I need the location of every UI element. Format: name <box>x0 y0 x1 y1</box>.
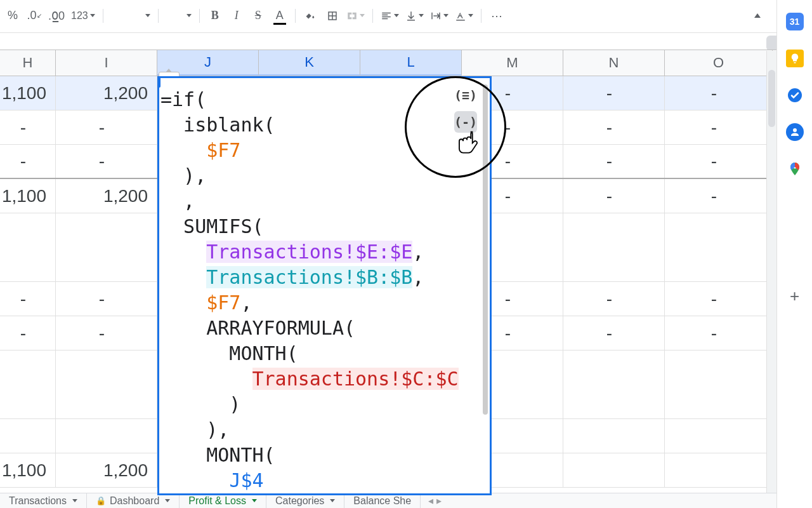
keep-icon[interactable] <box>786 50 804 67</box>
calendar-icon[interactable]: 31 <box>786 13 804 30</box>
decrease-decimal-button[interactable]: .0↙ <box>24 6 44 26</box>
toolbar: % .0↙ .0̲0 123 B I S A ⋯ <box>0 0 812 32</box>
cell[interactable]: - <box>563 282 665 316</box>
cell[interactable]: - <box>665 179 773 213</box>
formula-wrap-icon[interactable]: (≡) <box>454 84 477 106</box>
cell[interactable] <box>563 351 665 418</box>
col-header-J[interactable]: J -× <box>157 50 259 76</box>
separator <box>103 9 103 23</box>
borders-button[interactable] <box>322 6 343 26</box>
horizontal-align-button[interactable] <box>378 6 402 26</box>
cell[interactable]: - <box>563 145 665 178</box>
cell[interactable]: - <box>0 316 56 350</box>
sheet-tab-nav[interactable]: ◂ ▸ <box>421 495 449 507</box>
cell[interactable] <box>665 351 773 418</box>
sheet-tab-dashboard[interactable]: 🔒Dashboard <box>87 493 180 508</box>
cell[interactable]: - <box>563 316 665 350</box>
strikethrough-button[interactable]: S <box>248 6 268 26</box>
italic-button[interactable]: I <box>226 6 247 26</box>
side-panel-collapse-tab[interactable] <box>766 36 776 51</box>
number-format-button[interactable]: 123 <box>69 6 98 26</box>
cell[interactable] <box>563 419 665 453</box>
cell[interactable] <box>0 351 56 418</box>
cell[interactable]: 1,100 <box>0 76 56 110</box>
scrollbar-thumb[interactable] <box>768 70 775 127</box>
col-header-L[interactable]: L <box>360 50 462 76</box>
col-header-O[interactable]: O <box>665 50 773 76</box>
col-header-M[interactable]: M <box>462 50 563 76</box>
maps-icon[interactable] <box>786 160 804 178</box>
separator <box>295 9 296 23</box>
formula-editor[interactable]: ? (≡) (-) =if( isblank( $F7 ), , SUMIFS(… <box>157 76 492 495</box>
cell[interactable]: - <box>56 110 157 144</box>
cell[interactable]: - <box>563 76 665 110</box>
contacts-icon[interactable] <box>786 123 804 141</box>
cell[interactable]: - <box>563 179 665 213</box>
wrap-icon <box>430 10 442 22</box>
cell[interactable]: - <box>665 145 773 178</box>
cell[interactable]: - <box>0 110 56 144</box>
formula-line: ) <box>160 392 480 417</box>
add-addon-button[interactable]: + <box>786 287 804 305</box>
cell[interactable]: 1,200 <box>56 453 157 487</box>
formula-line: Transactions!$C:$C <box>160 366 480 392</box>
cell[interactable]: 1,100 <box>0 179 56 213</box>
cell[interactable]: - <box>56 316 157 350</box>
cell[interactable] <box>563 453 665 487</box>
cell[interactable]: - <box>563 110 665 144</box>
cell[interactable] <box>665 213 773 281</box>
fill-color-button[interactable] <box>301 6 321 26</box>
formula-line: $F7 <box>160 138 480 163</box>
borders-icon <box>327 10 338 22</box>
formula-line: J$4 <box>160 468 480 493</box>
tasks-icon[interactable] <box>786 86 804 104</box>
bold-button[interactable]: B <box>205 6 225 26</box>
cell[interactable] <box>56 351 157 418</box>
collapse-toolbar-button[interactable] <box>747 6 768 26</box>
cell[interactable]: - <box>665 110 773 144</box>
cell[interactable]: - <box>665 316 773 350</box>
cell[interactable] <box>665 419 773 453</box>
cell[interactable] <box>0 419 56 453</box>
cell[interactable]: - <box>56 282 157 316</box>
formula-scrollbar[interactable] <box>483 84 488 415</box>
cell[interactable]: - <box>0 282 56 316</box>
col-header-N[interactable]: N <box>563 50 665 76</box>
cell[interactable]: 1,200 <box>56 76 157 110</box>
cell[interactable]: - <box>56 145 157 178</box>
text-rotation-button[interactable] <box>452 6 476 26</box>
vertical-align-button[interactable] <box>403 6 426 26</box>
vertical-scrollbar[interactable] <box>766 51 776 493</box>
sheet-tab-profit-loss[interactable]: Profit & Loss <box>180 493 266 508</box>
col-header-K[interactable]: K <box>259 50 360 76</box>
cell[interactable]: 1,200 <box>56 179 157 213</box>
formula-collapse-icon[interactable]: (-) <box>454 111 477 133</box>
cell[interactable]: 1,100 <box>0 453 56 487</box>
cell[interactable] <box>563 213 665 281</box>
formula-line: SUMIFS( <box>160 214 480 239</box>
sheet-tab-transactions[interactable]: Transactions <box>0 493 87 508</box>
text-wrap-button[interactable] <box>428 6 451 26</box>
font-family-select[interactable] <box>108 6 153 26</box>
cell[interactable] <box>56 419 157 453</box>
col-header-H[interactable]: H <box>0 50 56 76</box>
sheet-tab-balance-sheet[interactable]: Balance She <box>344 493 421 508</box>
font-size-select[interactable] <box>164 6 194 26</box>
formula-line: Transactions!$E:$E, <box>160 239 480 265</box>
cell[interactable]: - <box>665 76 773 110</box>
cell[interactable]: - <box>0 145 56 178</box>
cell[interactable] <box>56 213 157 281</box>
more-button[interactable]: ⋯ <box>487 6 507 26</box>
percent-format-button[interactable]: % <box>3 6 23 26</box>
merge-cells-button[interactable] <box>344 6 367 26</box>
formula-line: isblank( <box>160 112 480 138</box>
cell[interactable] <box>0 213 56 281</box>
formula-line: ), <box>160 163 480 189</box>
sheet-tab-categories[interactable]: Categories <box>266 493 344 508</box>
cell[interactable] <box>665 453 773 487</box>
text-color-button[interactable]: A <box>270 6 290 26</box>
increase-decimal-button[interactable]: .0̲0 <box>46 6 67 26</box>
formula-help-icon[interactable]: ? <box>157 77 160 88</box>
col-header-I[interactable]: I <box>56 50 157 76</box>
cell[interactable]: - <box>665 282 773 316</box>
